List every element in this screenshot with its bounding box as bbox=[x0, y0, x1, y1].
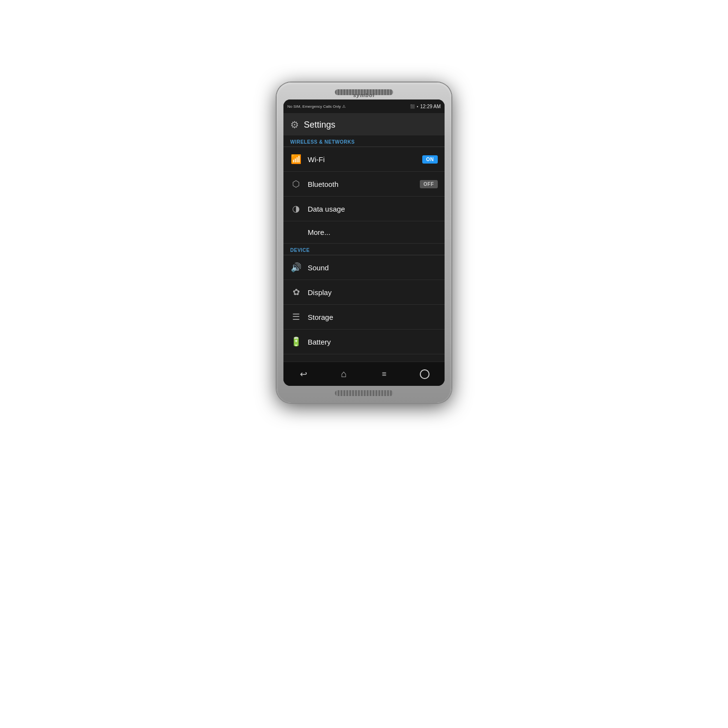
sim-status-icon: ▪ bbox=[417, 104, 418, 109]
section-device-label: DEVICE bbox=[290, 248, 438, 253]
data-usage-label: Data usage bbox=[308, 205, 438, 213]
recent-icon: ≡ bbox=[382, 370, 386, 379]
sound-label: Sound bbox=[308, 264, 438, 272]
settings-item-wifi[interactable]: 📶 Wi-Fi ON bbox=[283, 147, 445, 172]
sound-icon: 🔊 bbox=[290, 262, 302, 273]
battery-icon: 🔋 bbox=[290, 336, 302, 347]
wifi-toggle[interactable]: ON bbox=[422, 155, 438, 164]
bluetooth-status-icon: ⬛ bbox=[410, 104, 415, 109]
home-icon: ⌂ bbox=[341, 368, 347, 380]
scene: symbol No SIM, Emergency Calls Only ⚠ ⬛ … bbox=[0, 0, 728, 728]
recent-button[interactable]: ≡ bbox=[376, 365, 393, 383]
storage-icon: ☰ bbox=[290, 312, 302, 322]
status-bar-right: ⬛ ▪ 12:29 AM bbox=[410, 104, 441, 109]
bluetooth-toggle[interactable]: OFF bbox=[420, 180, 438, 188]
wifi-label: Wi-Fi bbox=[308, 155, 416, 164]
back-icon: ↩ bbox=[300, 369, 307, 380]
status-bar: No SIM, Emergency Calls Only ⚠ ⬛ ▪ 12:29… bbox=[283, 99, 445, 113]
screen-bezel: No SIM, Emergency Calls Only ⚠ ⬛ ▪ 12:29… bbox=[283, 99, 445, 386]
status-text: No SIM, Emergency Calls Only bbox=[287, 104, 341, 109]
time-display: 12:29 AM bbox=[420, 104, 441, 109]
nav-bar: ↩ ⌂ ≡ bbox=[283, 362, 445, 386]
settings-header: ⚙ Settings bbox=[283, 113, 445, 135]
settings-title: Settings bbox=[304, 120, 335, 130]
bluetooth-icon: ⬡ bbox=[290, 179, 302, 189]
settings-item-data-usage[interactable]: ◑ Data usage bbox=[283, 197, 445, 221]
storage-label: Storage bbox=[308, 313, 438, 321]
data-usage-icon: ◑ bbox=[290, 203, 302, 214]
settings-item-more[interactable]: More... bbox=[283, 221, 445, 244]
section-wireless-header: WIRELESS & NETWORKS bbox=[283, 135, 445, 147]
brand-label: symbol bbox=[353, 92, 375, 98]
settings-item-sound[interactable]: 🔊 Sound bbox=[283, 255, 445, 280]
section-device-header: DEVICE bbox=[283, 244, 445, 255]
settings-item-battery[interactable]: 🔋 Battery bbox=[283, 330, 445, 354]
circle-button[interactable] bbox=[416, 365, 433, 383]
home-button[interactable]: ⌂ bbox=[335, 365, 353, 383]
wifi-icon: 📶 bbox=[290, 154, 302, 165]
phone-device: symbol No SIM, Emergency Calls Only ⚠ ⬛ … bbox=[277, 83, 451, 403]
section-wireless-label: WIRELESS & NETWORKS bbox=[290, 139, 438, 145]
circle-icon bbox=[420, 369, 430, 379]
settings-item-storage[interactable]: ☰ Storage bbox=[283, 305, 445, 330]
status-bar-left: No SIM, Emergency Calls Only ⚠ bbox=[287, 104, 346, 109]
warning-icon: ⚠ bbox=[342, 104, 346, 109]
display-label: Display bbox=[308, 288, 438, 297]
settings-item-display[interactable]: ✿ Display bbox=[283, 280, 445, 305]
back-button[interactable]: ↩ bbox=[295, 365, 313, 383]
speaker-bottom bbox=[335, 390, 393, 396]
settings-item-bluetooth[interactable]: ⬡ Bluetooth OFF bbox=[283, 172, 445, 197]
battery-label: Battery bbox=[308, 338, 438, 346]
screen-content: ⚙ Settings WIRELESS & NETWORKS 📶 Wi-Fi O… bbox=[283, 113, 445, 362]
display-icon: ✿ bbox=[290, 287, 302, 298]
more-label: More... bbox=[290, 228, 438, 236]
settings-gear-icon: ⚙ bbox=[290, 119, 299, 131]
bluetooth-label: Bluetooth bbox=[308, 180, 414, 188]
